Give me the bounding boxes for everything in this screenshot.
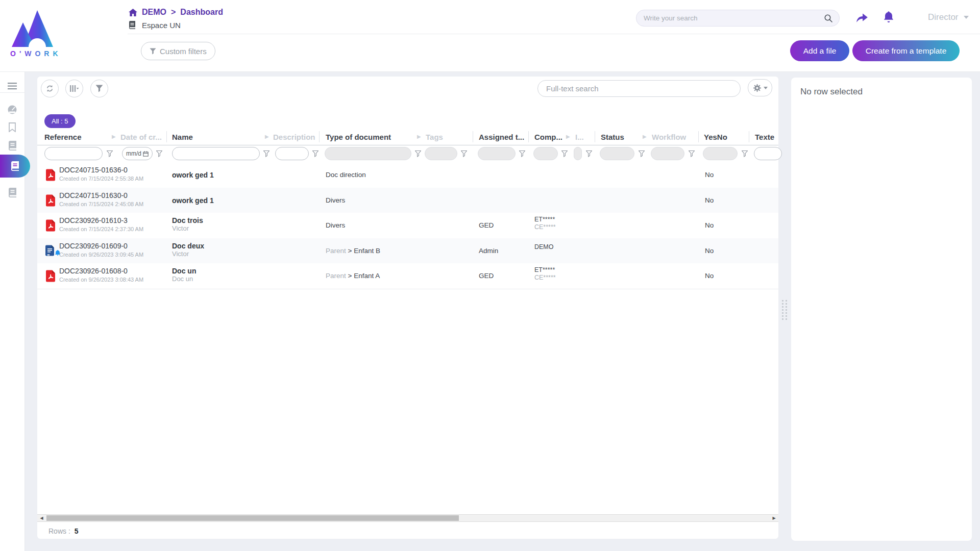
filter-input-description-field[interactable] [276,147,308,160]
pdf-file-icon [45,194,56,209]
rows-count: 5 [75,527,79,535]
filter-funnel-icon[interactable] [689,150,695,157]
document-company: ET***** [534,216,555,223]
workspace-row: Espace UN [129,19,181,31]
filter-funnel-icon[interactable] [639,150,645,157]
document-reference[interactable]: DOC230926-01609-0 [59,242,128,250]
table-row[interactable]: DOC240715-01630-0Created on 7/15/2024 2:… [37,188,778,214]
filter-funnel-icon[interactable] [312,150,318,157]
filter-date-date_created[interactable]: mm/d [122,147,153,160]
table-footer: Rows : 5 [37,523,778,539]
filter-input-texte-field[interactable] [754,147,781,160]
column-header-workflow[interactable]: Workflow [652,133,686,141]
table-filter-row: mm/d [37,145,778,163]
column-header-yesno[interactable]: YesNo [704,133,727,141]
app-root: O'WORK DEMO > Dashboard Espace UN Custom… [0,0,980,551]
column-header-company[interactable]: Comp... [534,133,562,141]
column-header-date_created[interactable]: Date of cr... [120,133,162,141]
sidebar-item-documents-current[interactable] [0,155,30,178]
document-reference[interactable]: DOC230926-01608-0 [59,267,128,275]
document-name[interactable]: owork ged 1 [172,171,214,179]
column-header-description[interactable]: Description [273,133,315,141]
user-role-menu[interactable]: Director [928,12,969,22]
scroll-right-button[interactable]: ▶ [770,515,778,521]
owork-logo[interactable]: O'WORK [9,3,65,60]
column-header-name[interactable]: Name [172,133,193,141]
filter-funnel-icon[interactable] [461,150,467,157]
document-assigned: Admin [479,247,498,255]
document-company-sub: CE***** [534,223,556,231]
column-header-i[interactable]: I... [575,133,584,141]
filter-funnel-icon[interactable] [107,150,113,157]
filter-funnel-icon[interactable] [561,150,568,157]
global-search-input[interactable] [636,14,824,22]
scrollbar-thumb[interactable] [46,515,459,521]
filter-disabled-assigned [478,147,516,160]
document-name[interactable]: owork ged 1 [172,196,214,205]
column-header-texte[interactable]: Texte [755,133,774,141]
filter-funnel-icon[interactable] [742,150,748,157]
table-row[interactable]: DOC230926-01608-0Created on 9/26/2023 3:… [37,263,778,289]
table-settings-button[interactable] [748,79,772,96]
table-row[interactable]: DOC230926-01610-3Created on 7/15/2024 2:… [37,213,778,239]
table-header: Reference▶Date of cr...Name▶DescriptionT… [37,130,778,145]
breadcrumb-current[interactable]: Dashboard [180,8,223,17]
column-header-assigned[interactable]: Assigned t... [479,133,524,141]
sidebar-item-documents[interactable] [0,137,24,154]
horizontal-scrollbar[interactable]: ◀ ▶ [37,514,778,522]
create-from-template-button[interactable]: Create from a template [852,40,960,61]
scroll-left-button[interactable]: ◀ [37,515,46,521]
filter-input-name-field[interactable] [173,147,259,160]
column-header-status[interactable]: Status [601,133,624,141]
records-count-badge[interactable]: All : 5 [44,114,76,128]
document-type: Doc direction [326,171,366,179]
add-file-button[interactable]: Add a file [790,40,849,61]
filter-funnel-icon[interactable] [586,150,592,157]
table-row[interactable]: wDOC230926-01609-0Created on 9/26/2023 3… [37,238,778,264]
sidebar-item-menu[interactable] [0,78,24,94]
column-header-type[interactable]: Type of document [326,133,391,141]
document-name[interactable]: Doc trois [172,216,203,224]
panel-resize-handle[interactable] [782,300,787,320]
column-header-tags[interactable]: Tags [426,133,443,141]
pdf-file-icon [45,169,56,183]
filter-funnel-icon[interactable] [519,150,525,157]
sidebar-item-dashboard[interactable] [0,102,24,118]
breadcrumb-root[interactable]: DEMO [142,8,166,17]
filter-funnel-icon[interactable] [156,150,162,157]
workspace-book-icon [129,21,136,29]
filter-funnel-icon[interactable] [415,150,421,157]
filter-button[interactable] [90,80,108,97]
filter-funnel-icon [95,85,103,92]
column-separator [166,131,167,142]
sidebar-item-archive[interactable] [0,184,24,201]
owork-logo-icon: O'WORK [9,3,65,60]
document-name[interactable]: Doc un [172,267,196,275]
document-reference[interactable]: DOC240715-01630-0 [59,191,128,199]
search-icon[interactable] [824,14,833,23]
document-name-subtitle: Victor [172,250,189,258]
document-name-subtitle: Victor [172,224,189,232]
share-button[interactable] [855,11,869,26]
document-yesno: No [705,272,714,280]
documents-table-card: All : 5 Reference▶Date of cr...Name▶Desc… [37,77,778,539]
document-created-date: Created on 7/15/2024 2:55:38 AM [59,176,143,182]
columns-button[interactable] [65,80,83,97]
fulltext-search-input[interactable] [538,84,740,93]
column-header-reference[interactable]: Reference [44,133,82,141]
sidebar-item-bookmarks[interactable] [0,119,24,135]
filter-funnel-icon[interactable] [263,150,270,157]
table-row[interactable]: DOC240715-01636-0Created on 7/15/2024 2:… [37,162,778,188]
home-icon[interactable] [129,9,137,16]
document-reference[interactable]: DOC230926-01610-3 [59,216,128,224]
custom-filters-button[interactable]: Custom filters [141,42,215,60]
document-reference[interactable]: DOC240715-01636-0 [59,166,128,174]
bell-icon [883,11,895,24]
no-row-selected-message: No row selected [800,87,863,97]
refresh-button[interactable] [41,80,59,97]
notifications-button[interactable] [883,11,895,26]
filter-input-reference-field[interactable] [45,147,102,160]
chevron-right-icon: ▶ [417,134,421,139]
document-name[interactable]: Doc deux [172,242,204,250]
column-separator [698,131,699,142]
